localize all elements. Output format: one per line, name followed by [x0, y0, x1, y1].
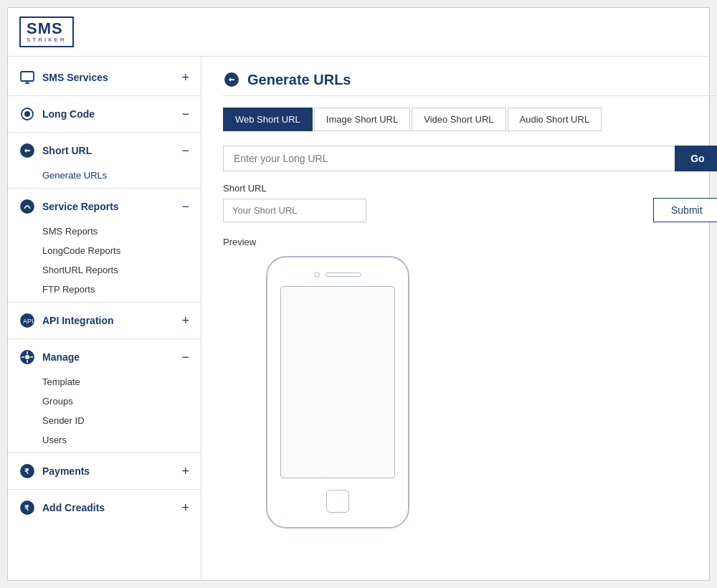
short-url-toggle: − — [181, 144, 189, 157]
divider-4 — [8, 302, 201, 303]
sidebar-sub-sms-reports[interactable]: SMS Reports — [8, 222, 201, 241]
phone-top-bar — [276, 272, 399, 278]
content-area: Generate URLs Web Short URL Image Short … — [201, 57, 717, 580]
credits-icon: ₹ — [19, 500, 35, 516]
sidebar-item-manage[interactable]: Manage − — [8, 342, 201, 372]
manage-label: Manage — [42, 351, 80, 363]
api-integration-toggle: + — [181, 314, 189, 327]
phone-home-button — [326, 490, 349, 513]
sidebar-item-short-url[interactable]: Short URL − — [8, 136, 201, 166]
svg-rect-0 — [21, 72, 34, 81]
divider-5 — [8, 338, 201, 339]
api-integration-label: API Integration — [42, 315, 114, 326]
shorturl-icon — [19, 143, 35, 158]
add-credits-label: Add Creadits — [42, 502, 105, 513]
logo-box: SMS STRIKER — [19, 16, 74, 47]
sidebar-sub-sender-id[interactable]: Sender ID — [8, 411, 201, 430]
logo-sms-text: SMS — [27, 19, 63, 37]
logo-striker-text: STRIKER — [27, 37, 67, 43]
reports-icon — [19, 199, 35, 214]
long-url-input[interactable] — [223, 146, 675, 171]
short-url-input[interactable] — [223, 199, 366, 222]
header: SMS STRIKER — [8, 8, 709, 57]
service-reports-toggle: − — [181, 200, 189, 213]
phone-preview — [266, 256, 409, 528]
divider-2 — [8, 132, 201, 133]
svg-rect-4 — [24, 111, 30, 117]
phone-camera — [314, 272, 320, 278]
sidebar: SMS Services + Long Code − — [8, 57, 201, 580]
tab-web-short-url[interactable]: Web Short URL — [223, 108, 313, 131]
sidebar-sub-template[interactable]: Template — [8, 372, 201, 392]
sms-services-label: SMS Services — [42, 72, 108, 83]
manage-toggle: − — [181, 351, 189, 364]
divider-1 — [8, 95, 201, 96]
tab-audio-short-url[interactable]: Audio Short URL — [508, 108, 602, 131]
sidebar-item-sms-services[interactable]: SMS Services + — [8, 62, 201, 93]
sidebar-item-payments[interactable]: ₹ Payments + — [8, 456, 201, 486]
svg-point-10 — [25, 355, 29, 359]
page-title-row: Generate URLs — [223, 71, 717, 96]
sidebar-sub-generate-urls[interactable]: Generate URLs — [8, 166, 201, 185]
add-credits-toggle: + — [181, 501, 189, 514]
manage-icon — [19, 349, 35, 365]
tab-image-short-url[interactable]: Image Short URL — [314, 108, 410, 131]
sidebar-sub-users[interactable]: Users — [8, 430, 201, 450]
svg-text:₹: ₹ — [24, 504, 29, 512]
sidebar-item-api-integration[interactable]: API API Integration + — [8, 305, 201, 336]
page-wrapper: SMS STRIKER SMS Services + — [7, 7, 710, 581]
page-title-icon — [223, 71, 240, 88]
short-url-section-label: Short URL — [223, 183, 717, 194]
phone-screen — [280, 286, 395, 478]
submit-button[interactable]: Submit — [653, 198, 717, 222]
longcode-icon — [19, 106, 35, 122]
phone-speaker — [326, 272, 361, 277]
preview-label: Preview — [223, 237, 717, 247]
tabs-container: Web Short URL Image Short URL Video Shor… — [223, 108, 717, 131]
divider-7 — [8, 489, 201, 490]
logo: SMS STRIKER — [19, 16, 698, 47]
payments-toggle: + — [181, 465, 189, 478]
url-input-row: Go — [223, 146, 717, 171]
sidebar-sub-groups[interactable]: Groups — [8, 392, 201, 411]
go-button[interactable]: Go — [675, 146, 717, 171]
monitor-icon — [19, 70, 35, 85]
sidebar-item-service-reports[interactable]: Service Reports − — [8, 191, 201, 222]
page-title: Generate URLs — [247, 72, 351, 88]
sidebar-item-long-code[interactable]: Long Code − — [8, 99, 201, 129]
service-reports-label: Service Reports — [42, 201, 119, 212]
svg-point-6 — [21, 200, 34, 213]
long-code-toggle: − — [181, 108, 189, 120]
svg-text:₹: ₹ — [24, 468, 29, 475]
long-code-label: Long Code — [42, 108, 95, 120]
sidebar-item-add-credits[interactable]: ₹ Add Creadits + — [8, 493, 201, 523]
short-url-row: Submit — [223, 198, 717, 222]
svg-text:API: API — [23, 318, 34, 325]
divider-3 — [8, 188, 201, 189]
sidebar-sub-ftp-reports[interactable]: FTP Reports — [8, 280, 201, 299]
main-layout: SMS Services + Long Code − — [8, 57, 709, 580]
payments-icon: ₹ — [19, 463, 35, 479]
tab-video-short-url[interactable]: Video Short URL — [412, 108, 505, 131]
api-icon: API — [19, 313, 35, 328]
short-url-label: Short URL — [42, 145, 92, 156]
sidebar-sub-longcode-reports[interactable]: LongCode Reports — [8, 241, 201, 260]
payments-label: Payments — [42, 465, 90, 477]
divider-6 — [8, 452, 201, 453]
sms-services-toggle: + — [181, 71, 189, 84]
sidebar-sub-shorturl-reports[interactable]: ShortURL Reports — [8, 260, 201, 280]
